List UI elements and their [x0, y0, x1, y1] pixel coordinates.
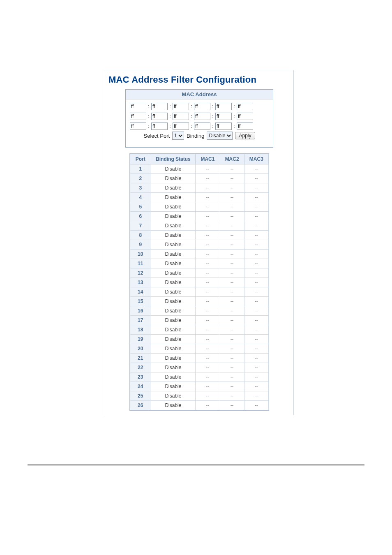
- mac-address-header: MAC Address: [126, 90, 273, 99]
- cell-mac3: --: [244, 391, 268, 401]
- cell-mac3: --: [244, 335, 268, 344]
- cell-mac2: --: [220, 278, 244, 287]
- cell-binding-status: Disable: [151, 221, 196, 231]
- table-row: 10Disable------: [130, 250, 269, 259]
- cell-mac2: --: [220, 325, 244, 335]
- cell-port: 13: [130, 278, 151, 287]
- mac-octet-input[interactable]: [215, 103, 232, 110]
- cell-binding-status: Disable: [151, 193, 196, 202]
- cell-mac3: --: [244, 240, 268, 250]
- mac-octet-input[interactable]: [194, 123, 210, 130]
- table-row: 5Disable------: [130, 202, 269, 212]
- mac-octet-input[interactable]: [173, 123, 189, 130]
- cell-binding-status: Disable: [151, 278, 196, 287]
- table-row: 3Disable------: [130, 183, 269, 193]
- table-row: 15Disable------: [130, 297, 269, 306]
- cell-mac3: --: [244, 325, 268, 335]
- cell-binding-status: Disable: [151, 382, 196, 391]
- cell-port: 11: [130, 259, 151, 268]
- col-binding: Binding Status: [151, 154, 196, 164]
- cell-binding-status: Disable: [151, 316, 196, 325]
- cell-binding-status: Disable: [151, 164, 196, 174]
- binding-label: Binding: [187, 133, 204, 139]
- cell-mac2: --: [220, 259, 244, 268]
- cell-mac1: --: [196, 221, 220, 231]
- mac-colon: :: [147, 104, 150, 109]
- mac-octet-input[interactable]: [237, 123, 253, 130]
- cell-mac2: --: [220, 391, 244, 401]
- mac-octet-input[interactable]: [194, 103, 210, 110]
- mac-octet-input[interactable]: [215, 123, 232, 130]
- cell-port: 17: [130, 316, 151, 325]
- select-port-label: Select Port: [144, 133, 170, 139]
- mac-octet-input[interactable]: [237, 113, 253, 120]
- cell-mac3: --: [244, 372, 268, 382]
- cell-port: 1: [130, 164, 151, 174]
- cell-port: 3: [130, 183, 151, 193]
- cell-port: 16: [130, 306, 151, 316]
- mac-octet-input[interactable]: [130, 123, 146, 130]
- mac-colon: :: [168, 104, 172, 109]
- cell-mac2: --: [220, 335, 244, 344]
- table-row: 17Disable------: [130, 316, 269, 325]
- cell-binding-status: Disable: [151, 183, 196, 193]
- table-row: 16Disable------: [130, 306, 269, 316]
- mac-colon: :: [233, 113, 236, 119]
- mac-octet-input[interactable]: [151, 113, 168, 120]
- cell-binding-status: Disable: [151, 174, 196, 183]
- cell-port: 15: [130, 297, 151, 306]
- cell-mac1: --: [196, 354, 220, 363]
- cell-port: 18: [130, 325, 151, 335]
- table-row: 2Disable------: [130, 174, 269, 183]
- mac-octet-input[interactable]: [151, 103, 168, 110]
- mac-octet-input[interactable]: [130, 103, 146, 110]
- cell-mac3: --: [244, 174, 268, 183]
- apply-button[interactable]: Apply: [235, 132, 255, 139]
- table-row: 8Disable------: [130, 231, 269, 240]
- table-row: 1Disable------: [130, 164, 269, 174]
- cell-binding-status: Disable: [151, 372, 196, 382]
- cell-binding-status: Disable: [151, 325, 196, 335]
- mac-octet-input[interactable]: [130, 113, 146, 120]
- cell-mac1: --: [196, 268, 220, 278]
- mac-row-3: :::::: [130, 123, 269, 130]
- cell-port: 23: [130, 372, 151, 382]
- config-panel: MAC Address Filter Configuration MAC Add…: [105, 70, 294, 415]
- cell-binding-status: Disable: [151, 306, 196, 316]
- cell-mac1: --: [196, 372, 220, 382]
- cell-port: 5: [130, 202, 151, 212]
- cell-port: 2: [130, 174, 151, 183]
- cell-mac2: --: [220, 268, 244, 278]
- cell-mac2: --: [220, 240, 244, 250]
- mac-octet-input[interactable]: [237, 103, 253, 110]
- mac-octet-input[interactable]: [215, 113, 232, 120]
- cell-mac1: --: [196, 335, 220, 344]
- cell-mac3: --: [244, 382, 268, 391]
- cell-mac1: --: [196, 401, 220, 410]
- cell-mac3: --: [244, 297, 268, 306]
- cell-mac2: --: [220, 287, 244, 297]
- port-select[interactable]: 1: [172, 132, 184, 140]
- cell-mac1: --: [196, 183, 220, 193]
- cell-mac2: --: [220, 250, 244, 259]
- cell-mac2: --: [220, 297, 244, 306]
- binding-select[interactable]: Disable: [207, 132, 233, 140]
- mac-colon: :: [211, 113, 214, 119]
- table-row: 14Disable------: [130, 287, 269, 297]
- cell-mac1: --: [196, 259, 220, 268]
- cell-mac3: --: [244, 287, 268, 297]
- mac-octet-input[interactable]: [151, 123, 168, 130]
- table-row: 12Disable------: [130, 268, 269, 278]
- cell-binding-status: Disable: [151, 297, 196, 306]
- mac-octet-input[interactable]: [173, 113, 189, 120]
- cell-binding-status: Disable: [151, 287, 196, 297]
- mac-row-1: :::::: [130, 103, 269, 110]
- cell-binding-status: Disable: [151, 401, 196, 410]
- cell-binding-status: Disable: [151, 391, 196, 401]
- mac-octet-input[interactable]: [194, 113, 210, 120]
- control-row: Select Port 1 Binding Disable Apply: [130, 130, 269, 144]
- table-row: 11Disable------: [130, 259, 269, 268]
- mac-octet-input[interactable]: [173, 103, 189, 110]
- cell-port: 6: [130, 212, 151, 221]
- cell-binding-status: Disable: [151, 268, 196, 278]
